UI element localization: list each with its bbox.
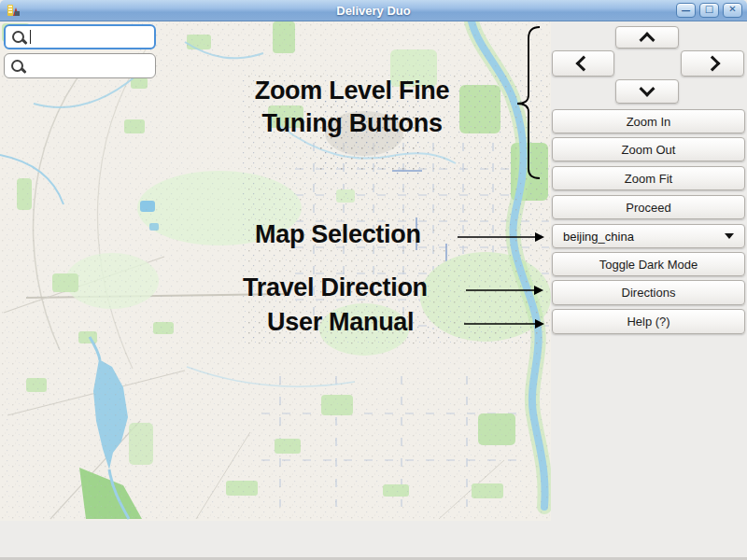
help-button[interactable]: Help (?): [552, 309, 745, 334]
map-select-value: beijing_china: [563, 230, 725, 244]
pan-left-button[interactable]: [552, 50, 614, 77]
text-cursor: [30, 30, 31, 44]
map-image: [0, 21, 551, 521]
maximize-button[interactable]: □: [699, 3, 719, 18]
proceed-button[interactable]: Proceed: [552, 195, 745, 219]
chevron-right-icon: [705, 56, 721, 72]
map-canvas[interactable]: Zoom Level Fine Tuning Buttons Map Selec…: [0, 21, 551, 521]
pan-down-button[interactable]: [615, 79, 679, 104]
minimize-button[interactable]: —: [676, 3, 696, 18]
toggle-dark-mode-button[interactable]: Toggle Dark Mode: [552, 252, 745, 276]
close-button[interactable]: ✕: [723, 3, 742, 18]
zoom-fit-button[interactable]: Zoom Fit: [552, 166, 745, 190]
caret-down-icon: [725, 233, 734, 239]
app-icon: [7, 3, 21, 18]
map-select-dropdown[interactable]: beijing_china: [552, 224, 745, 248]
directions-button[interactable]: Directions: [552, 280, 745, 305]
search-box-primary[interactable]: [4, 24, 156, 49]
search-input-secondary[interactable]: [30, 59, 148, 73]
titlebar: Delivery Duo — □ ✕: [0, 0, 747, 21]
app-window: Delivery Duo — □ ✕: [0, 0, 747, 560]
search-box-secondary[interactable]: [4, 53, 156, 78]
pan-up-button[interactable]: [615, 26, 679, 49]
chevron-down-icon: [640, 81, 655, 97]
control-panel: Zoom In Zoom Out Zoom Fit Proceed beijin…: [551, 21, 747, 560]
zoom-out-button[interactable]: Zoom Out: [552, 137, 745, 161]
search-icon: [12, 31, 24, 43]
zoom-in-button[interactable]: Zoom In: [552, 109, 745, 133]
search-input-primary[interactable]: [37, 30, 148, 44]
window-controls: — □ ✕: [676, 3, 742, 18]
chevron-up-icon: [640, 32, 655, 48]
pan-right-button[interactable]: [681, 50, 744, 77]
search-icon: [11, 60, 23, 72]
chevron-left-icon: [575, 56, 591, 72]
window-title: Delivery Duo: [0, 4, 747, 18]
